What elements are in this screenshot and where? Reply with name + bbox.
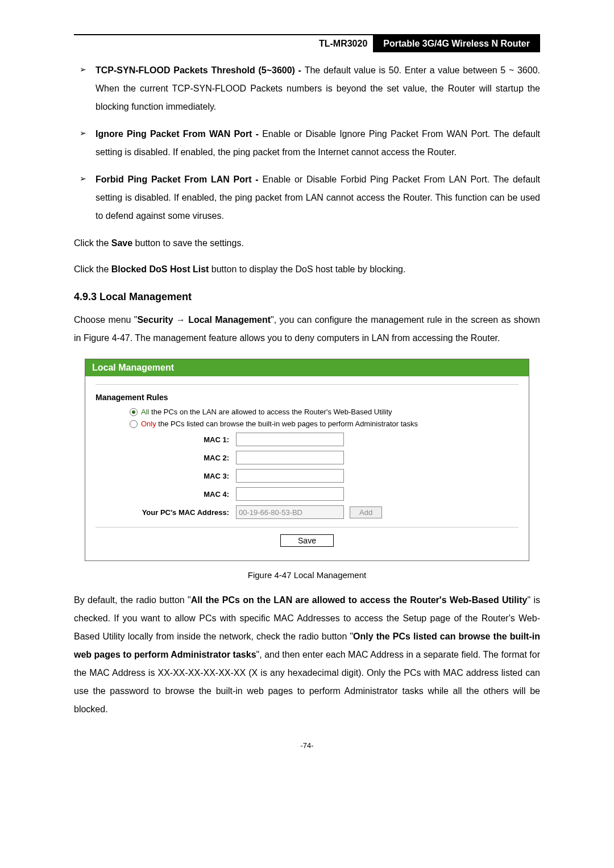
bullet-title: Forbid Ping Packet From LAN Port - [96, 175, 262, 184]
text: button to display the DoS host table by … [209, 264, 405, 274]
blocked-list-word: Blocked DoS Host List [111, 264, 209, 274]
bullet-forbid-ping: ➢ Forbid Ping Packet From LAN Port - Ena… [80, 171, 540, 225]
tail-paragraph: By default, the radio button "All the PC… [74, 591, 540, 719]
bullet-text: Ignore Ping Packet From WAN Port - Enabl… [96, 125, 540, 161]
bullet-text: TCP-SYN-FLOOD Packets Threshold (5~3600)… [96, 61, 540, 116]
local-management-figure: Local Management Management Rules All th… [85, 359, 529, 561]
opt-only-text: the PCs listed can browse the built-in w… [156, 420, 418, 428]
text: By default, the radio button " [74, 595, 191, 605]
radio-only-pcs[interactable]: Only the PCs listed can browse the built… [130, 420, 518, 428]
opt-all-keyword: All [141, 408, 149, 416]
bullet-tcp-syn: ➢ TCP-SYN-FLOOD Packets Threshold (5~360… [80, 61, 540, 116]
blocked-list-instruction: Click the Blocked DoS Host List button t… [74, 260, 540, 279]
save-button[interactable]: Save [280, 534, 334, 547]
divider [96, 384, 518, 385]
your-mac-input [236, 505, 344, 519]
chevron-right-icon: ➢ [80, 171, 96, 225]
menu-local-mgmt: Local Management [188, 315, 271, 325]
chevron-right-icon: ➢ [80, 125, 96, 161]
section-heading: 4.9.3 Local Management [74, 291, 540, 303]
menu-security: Security [137, 315, 173, 325]
save-instruction: Click the Save button to save the settin… [74, 234, 540, 252]
bullet-title: TCP-SYN-FLOOD Packets Threshold (5~3600)… [96, 65, 305, 75]
your-mac-label: Your PC's MAC Address: [96, 508, 236, 517]
mac2-input[interactable] [236, 451, 344, 464]
product-label: Portable 3G/4G Wireless N Router [373, 35, 540, 52]
page-number: -74- [74, 741, 540, 750]
doc-header: TL-MR3020 Portable 3G/4G Wireless N Rout… [74, 35, 540, 52]
add-button[interactable]: Add [350, 506, 382, 518]
mac4-input[interactable] [236, 487, 344, 501]
radio-icon [130, 408, 138, 416]
save-word: Save [111, 238, 132, 248]
arrow: → [173, 315, 189, 325]
mac3-input[interactable] [236, 469, 344, 483]
management-rules-label: Management Rules [96, 393, 518, 402]
radio-all-pcs[interactable]: All the PCs on the LAN are allowed to ac… [130, 408, 518, 416]
intro-paragraph: Choose menu "Security → Local Management… [74, 311, 540, 347]
mac2-label: MAC 2: [96, 454, 236, 462]
text: button to save the settings. [132, 238, 244, 248]
mac1-input[interactable] [236, 433, 344, 446]
figure-caption: Figure 4-47 Local Management [74, 570, 540, 580]
bullet-text: Forbid Ping Packet From LAN Port - Enabl… [96, 171, 540, 225]
opt-all-text: the PCs on the LAN are allowed to access… [149, 408, 392, 416]
text: Choose menu " [74, 315, 137, 325]
text: Click the [74, 264, 111, 274]
model-label: TL-MR3020 [74, 35, 373, 52]
mac4-label: MAC 4: [96, 490, 236, 499]
chevron-right-icon: ➢ [80, 61, 96, 116]
mac1-label: MAC 1: [96, 435, 236, 444]
radio-icon [130, 420, 138, 428]
opt-all-bold: All the PCs on the LAN are allowed to ac… [191, 595, 528, 605]
bullet-title: Ignore Ping Packet From WAN Port - [96, 129, 262, 139]
mac3-label: MAC 3: [96, 472, 236, 480]
panel-title: Local Management [85, 359, 529, 376]
opt-only-keyword: Only [141, 420, 156, 428]
bullet-ignore-ping: ➢ Ignore Ping Packet From WAN Port - Ena… [80, 125, 540, 161]
text: Click the [74, 238, 111, 248]
